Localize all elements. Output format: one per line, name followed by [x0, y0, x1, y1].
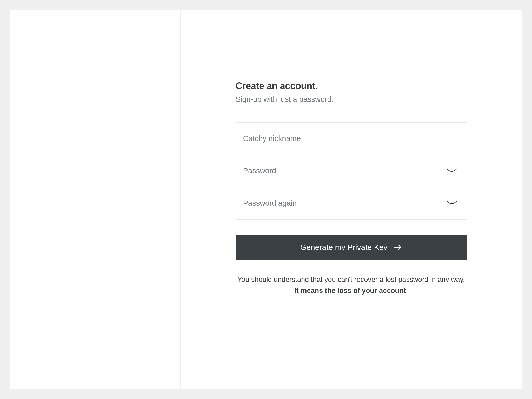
password-input[interactable]	[243, 167, 444, 175]
password-confirm-row	[236, 187, 467, 219]
input-group	[236, 122, 467, 220]
signup-form: Create an account. Sign-up with just a p…	[236, 81, 467, 296]
disclaimer-after: .	[406, 287, 408, 295]
submit-label: Generate my Private Key	[300, 243, 387, 252]
nickname-row	[236, 123, 467, 155]
disclaimer-text: You should understand that you can't rec…	[236, 274, 467, 296]
disclaimer-strong: It means the loss of your account	[294, 287, 406, 295]
password-confirm-input[interactable]	[243, 199, 444, 208]
password-row	[236, 155, 467, 187]
nickname-input[interactable]	[243, 134, 459, 143]
arrow-right-icon	[394, 244, 402, 250]
eye-toggle-icon[interactable]	[444, 166, 459, 176]
eye-toggle-icon[interactable]	[444, 198, 459, 208]
disclaimer-before: You should understand that you can't rec…	[237, 276, 465, 283]
generate-key-button[interactable]: Generate my Private Key	[236, 235, 467, 260]
main-panel: Create an account. Sign-up with just a p…	[181, 10, 522, 389]
page-container: Create an account. Sign-up with just a p…	[10, 10, 522, 389]
page-title: Create an account.	[236, 81, 467, 91]
sidebar-panel	[10, 10, 181, 389]
page-subtitle: Sign-up with just a password.	[236, 95, 467, 104]
